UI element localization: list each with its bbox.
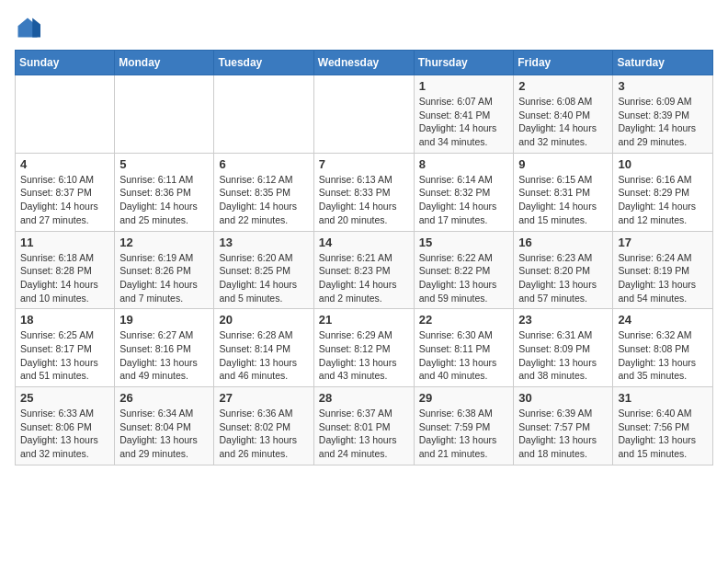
day-info: Sunrise: 6:33 AM Sunset: 8:06 PM Dayligh… bbox=[20, 407, 109, 461]
day-info: Sunrise: 6:16 AM Sunset: 8:29 PM Dayligh… bbox=[618, 173, 708, 227]
day-number: 25 bbox=[20, 391, 109, 405]
day-info: Sunrise: 6:20 AM Sunset: 8:25 PM Dayligh… bbox=[219, 251, 308, 305]
week-row-3: 11Sunrise: 6:18 AM Sunset: 8:28 PM Dayli… bbox=[16, 231, 713, 309]
day-info: Sunrise: 6:27 AM Sunset: 8:16 PM Dayligh… bbox=[119, 328, 209, 383]
calendar-cell: 4Sunrise: 6:10 AM Sunset: 8:37 PM Daylig… bbox=[16, 153, 115, 231]
day-info: Sunrise: 6:21 AM Sunset: 8:23 PM Dayligh… bbox=[319, 251, 409, 305]
day-number: 2 bbox=[518, 79, 608, 93]
calendar-cell: 29Sunrise: 6:38 AM Sunset: 7:59 PM Dayli… bbox=[414, 387, 514, 465]
day-info: Sunrise: 6:28 AM Sunset: 8:14 PM Dayligh… bbox=[219, 328, 308, 383]
day-number: 17 bbox=[618, 236, 708, 249]
calendar-cell: 9Sunrise: 6:15 AM Sunset: 8:31 PM Daylig… bbox=[514, 153, 613, 231]
calendar-cell: 18Sunrise: 6:25 AM Sunset: 8:17 PM Dayli… bbox=[16, 309, 115, 387]
day-info: Sunrise: 6:37 AM Sunset: 8:01 PM Dayligh… bbox=[319, 407, 409, 461]
calendar-cell: 25Sunrise: 6:33 AM Sunset: 8:06 PM Dayli… bbox=[16, 387, 115, 465]
day-number: 23 bbox=[518, 313, 608, 327]
calendar-cell: 12Sunrise: 6:19 AM Sunset: 8:26 PM Dayli… bbox=[115, 231, 214, 309]
calendar-cell: 17Sunrise: 6:24 AM Sunset: 8:19 PM Dayli… bbox=[613, 231, 713, 309]
day-number: 24 bbox=[618, 313, 708, 327]
day-number: 31 bbox=[618, 391, 708, 405]
day-number: 21 bbox=[319, 313, 409, 327]
day-number: 7 bbox=[319, 157, 409, 171]
day-info: Sunrise: 6:38 AM Sunset: 7:59 PM Dayligh… bbox=[419, 407, 509, 461]
day-number: 6 bbox=[219, 157, 308, 171]
calendar-cell: 15Sunrise: 6:22 AM Sunset: 8:22 PM Dayli… bbox=[414, 231, 514, 309]
calendar-cell: 30Sunrise: 6:39 AM Sunset: 7:57 PM Dayli… bbox=[514, 387, 613, 465]
day-info: Sunrise: 6:14 AM Sunset: 8:32 PM Dayligh… bbox=[419, 173, 509, 227]
calendar-cell: 22Sunrise: 6:30 AM Sunset: 8:11 PM Dayli… bbox=[414, 309, 514, 387]
day-number: 18 bbox=[20, 313, 109, 327]
calendar-cell: 5Sunrise: 6:11 AM Sunset: 8:36 PM Daylig… bbox=[115, 153, 214, 231]
day-info: Sunrise: 6:15 AM Sunset: 8:31 PM Dayligh… bbox=[518, 173, 608, 227]
day-info: Sunrise: 6:08 AM Sunset: 8:40 PM Dayligh… bbox=[518, 95, 608, 149]
calendar-table: SundayMondayTuesdayWednesdayThursdayFrid… bbox=[15, 50, 713, 465]
day-number: 22 bbox=[419, 313, 509, 327]
calendar-cell: 11Sunrise: 6:18 AM Sunset: 8:28 PM Dayli… bbox=[16, 231, 115, 309]
day-info: Sunrise: 6:09 AM Sunset: 8:39 PM Dayligh… bbox=[618, 95, 708, 149]
day-number: 5 bbox=[119, 157, 209, 171]
calendar-cell: 31Sunrise: 6:40 AM Sunset: 7:56 PM Dayli… bbox=[613, 387, 713, 465]
day-header-sunday: Sunday bbox=[16, 51, 115, 75]
calendar-cell bbox=[115, 75, 214, 154]
day-info: Sunrise: 6:22 AM Sunset: 8:22 PM Dayligh… bbox=[419, 251, 509, 305]
day-info: Sunrise: 6:24 AM Sunset: 8:19 PM Dayligh… bbox=[618, 251, 708, 305]
calendar-cell bbox=[16, 75, 115, 154]
day-number: 9 bbox=[518, 157, 608, 171]
calendar-cell: 20Sunrise: 6:28 AM Sunset: 8:14 PM Dayli… bbox=[214, 309, 313, 387]
day-header-wednesday: Wednesday bbox=[313, 51, 414, 75]
calendar-cell: 23Sunrise: 6:31 AM Sunset: 8:09 PM Dayli… bbox=[514, 309, 613, 387]
week-row-5: 25Sunrise: 6:33 AM Sunset: 8:06 PM Dayli… bbox=[16, 387, 713, 465]
day-number: 15 bbox=[419, 236, 509, 249]
day-header-monday: Monday bbox=[115, 51, 214, 75]
day-info: Sunrise: 6:36 AM Sunset: 8:02 PM Dayligh… bbox=[219, 407, 308, 461]
day-number: 14 bbox=[319, 236, 409, 249]
day-header-saturday: Saturday bbox=[613, 51, 713, 75]
day-info: Sunrise: 6:39 AM Sunset: 7:57 PM Dayligh… bbox=[518, 407, 608, 461]
week-row-1: 1Sunrise: 6:07 AM Sunset: 8:41 PM Daylig… bbox=[16, 75, 713, 154]
day-number: 20 bbox=[219, 313, 308, 327]
day-info: Sunrise: 6:12 AM Sunset: 8:35 PM Dayligh… bbox=[219, 173, 308, 227]
calendar-cell: 6Sunrise: 6:12 AM Sunset: 8:35 PM Daylig… bbox=[214, 153, 313, 231]
day-info: Sunrise: 6:40 AM Sunset: 7:56 PM Dayligh… bbox=[618, 407, 708, 461]
calendar-cell: 10Sunrise: 6:16 AM Sunset: 8:29 PM Dayli… bbox=[613, 153, 713, 231]
day-header-tuesday: Tuesday bbox=[214, 51, 313, 75]
page-header bbox=[15, 15, 713, 40]
day-info: Sunrise: 6:29 AM Sunset: 8:12 PM Dayligh… bbox=[319, 328, 409, 383]
logo-icon bbox=[15, 15, 40, 40]
day-info: Sunrise: 6:30 AM Sunset: 8:11 PM Dayligh… bbox=[419, 328, 509, 383]
week-row-4: 18Sunrise: 6:25 AM Sunset: 8:17 PM Dayli… bbox=[16, 309, 713, 387]
calendar-cell: 19Sunrise: 6:27 AM Sunset: 8:16 PM Dayli… bbox=[115, 309, 214, 387]
calendar-cell: 7Sunrise: 6:13 AM Sunset: 8:33 PM Daylig… bbox=[313, 153, 414, 231]
day-info: Sunrise: 6:19 AM Sunset: 8:26 PM Dayligh… bbox=[119, 251, 209, 305]
calendar-cell: 27Sunrise: 6:36 AM Sunset: 8:02 PM Dayli… bbox=[214, 387, 313, 465]
day-info: Sunrise: 6:23 AM Sunset: 8:20 PM Dayligh… bbox=[518, 251, 608, 305]
calendar-cell: 26Sunrise: 6:34 AM Sunset: 8:04 PM Dayli… bbox=[115, 387, 214, 465]
day-number: 27 bbox=[219, 391, 308, 405]
calendar-cell: 1Sunrise: 6:07 AM Sunset: 8:41 PM Daylig… bbox=[414, 75, 514, 154]
day-number: 28 bbox=[319, 391, 409, 405]
day-info: Sunrise: 6:34 AM Sunset: 8:04 PM Dayligh… bbox=[119, 407, 209, 461]
calendar-cell: 13Sunrise: 6:20 AM Sunset: 8:25 PM Dayli… bbox=[214, 231, 313, 309]
calendar-cell bbox=[214, 75, 313, 154]
calendar-header-row: SundayMondayTuesdayWednesdayThursdayFrid… bbox=[16, 51, 713, 75]
day-number: 26 bbox=[119, 391, 209, 405]
calendar-cell: 28Sunrise: 6:37 AM Sunset: 8:01 PM Dayli… bbox=[313, 387, 414, 465]
day-info: Sunrise: 6:10 AM Sunset: 8:37 PM Dayligh… bbox=[20, 173, 109, 227]
day-number: 29 bbox=[419, 391, 509, 405]
calendar-cell: 21Sunrise: 6:29 AM Sunset: 8:12 PM Dayli… bbox=[313, 309, 414, 387]
day-number: 13 bbox=[219, 236, 308, 249]
logo bbox=[15, 15, 44, 40]
day-header-thursday: Thursday bbox=[414, 51, 514, 75]
day-info: Sunrise: 6:25 AM Sunset: 8:17 PM Dayligh… bbox=[20, 328, 109, 383]
day-info: Sunrise: 6:31 AM Sunset: 8:09 PM Dayligh… bbox=[518, 328, 608, 383]
day-number: 3 bbox=[618, 79, 708, 93]
calendar-cell: 24Sunrise: 6:32 AM Sunset: 8:08 PM Dayli… bbox=[613, 309, 713, 387]
day-number: 19 bbox=[119, 313, 209, 327]
day-header-friday: Friday bbox=[514, 51, 613, 75]
calendar-cell: 14Sunrise: 6:21 AM Sunset: 8:23 PM Dayli… bbox=[313, 231, 414, 309]
day-number: 30 bbox=[518, 391, 608, 405]
svg-marker-1 bbox=[32, 18, 40, 38]
day-number: 10 bbox=[618, 157, 708, 171]
day-number: 4 bbox=[20, 157, 109, 171]
day-info: Sunrise: 6:11 AM Sunset: 8:36 PM Dayligh… bbox=[119, 173, 209, 227]
